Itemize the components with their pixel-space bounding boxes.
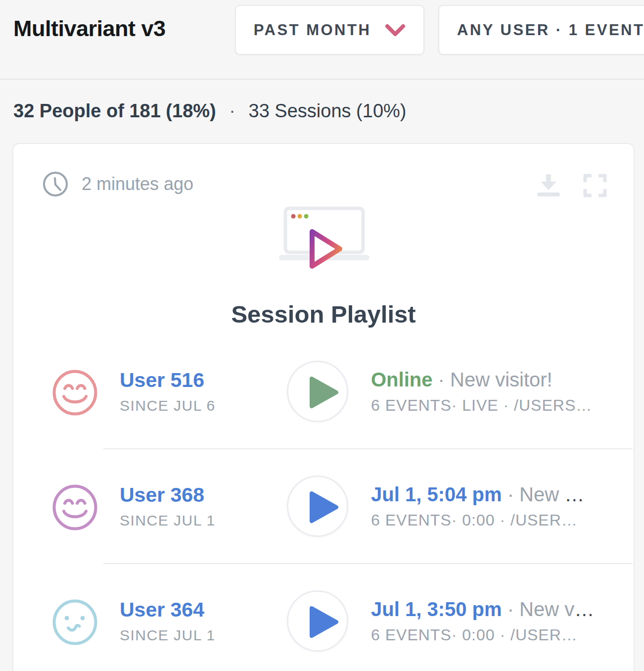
stats-separator: · — [229, 100, 235, 121]
user-since-label: SINCE JUL 1 — [120, 512, 216, 529]
session-player-illustration — [278, 206, 373, 272]
row-divider — [103, 448, 633, 449]
user-link[interactable]: User 364 — [120, 598, 204, 622]
user-link[interactable]: User 516 — [120, 369, 204, 392]
header-divider — [0, 79, 644, 80]
session-summary: Jul 1, 5:04 pm · New … — [371, 483, 584, 506]
happy-smiley-icon — [52, 484, 98, 530]
session-note-ellipsis: … — [564, 483, 584, 505]
session-report-page: Multivariant v3 PAST MONTH ANY USER · 1 … — [0, 0, 644, 671]
session-note: · New — [502, 483, 565, 505]
session-timestamp[interactable]: Jul 1, 3:50 pm — [371, 598, 502, 620]
play-session-button[interactable] — [287, 476, 348, 537]
fullscreen-icon[interactable] — [583, 174, 607, 197]
session-status: Online — [371, 369, 432, 390]
date-range-button[interactable]: PAST MONTH — [235, 5, 424, 55]
filter-label: ANY USER · 1 EVENT — [457, 21, 644, 39]
chevron-down-icon — [385, 23, 406, 37]
session-note: · New visitor! — [432, 369, 552, 390]
session-detail: 6 EVENTS· LIVE · /USERS… — [371, 396, 592, 415]
session-note-ellipsis: … — [574, 598, 594, 620]
play-session-button[interactable] — [287, 590, 348, 652]
download-icon[interactable] — [536, 172, 561, 197]
session-summary: Online · New visitor! — [371, 369, 552, 391]
session-row: User 368 SINCE JUL 1 Jul 1, 5:04 pm · Ne… — [13, 472, 634, 566]
session-summary: Jul 1, 3:50 pm · New v… — [371, 598, 594, 621]
sessions-stat: 33 Sessions (10%) — [249, 100, 407, 121]
clock-icon — [42, 171, 69, 197]
funnel-stats: 32 People of 181 (18%) · 33 Sessions (10… — [13, 100, 406, 122]
session-detail: 6 EVENTS· 0:00 · /USER… — [371, 511, 578, 529]
session-playlist-card: 2 minutes ago — [12, 143, 635, 671]
session-row: User 516 SINCE JUL 6 Online · New visito… — [13, 357, 634, 451]
date-range-label: PAST MONTH — [254, 21, 371, 39]
people-stat: 32 People of 181 (18%) — [13, 100, 216, 121]
session-note: · New v — [502, 598, 575, 620]
user-link[interactable]: User 368 — [120, 483, 204, 507]
play-session-button[interactable] — [287, 361, 348, 422]
user-since-label: SINCE JUL 6 — [120, 397, 216, 414]
smirk-smiley-icon — [52, 599, 98, 645]
row-divider — [103, 563, 633, 564]
session-row: User 364 SINCE JUL 1 Jul 1, 3:50 pm · Ne… — [13, 586, 634, 671]
session-timestamp[interactable]: Jul 1, 5:04 pm — [371, 483, 502, 505]
user-since-label: SINCE JUL 1 — [120, 627, 216, 644]
playlist-heading: Session Playlist — [13, 300, 634, 328]
filter-button[interactable]: ANY USER · 1 EVENT — [438, 5, 644, 55]
happy-smiley-icon — [52, 370, 98, 416]
page-title: Multivariant v3 — [13, 16, 166, 42]
updated-ago-text: 2 minutes ago — [82, 174, 193, 194]
session-detail: 6 EVENTS· 0:00 · /USER… — [371, 626, 578, 644]
